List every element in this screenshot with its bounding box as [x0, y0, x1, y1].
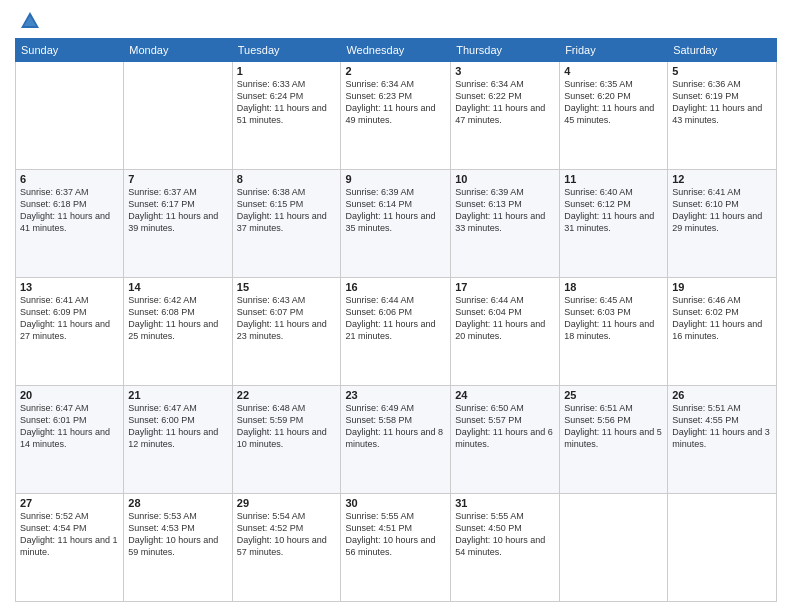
calendar-cell: 7Sunrise: 6:37 AM Sunset: 6:17 PM Daylig…	[124, 170, 232, 278]
day-info: Sunrise: 6:41 AM Sunset: 6:09 PM Dayligh…	[20, 294, 119, 343]
day-number: 25	[564, 389, 663, 401]
day-number: 22	[237, 389, 337, 401]
col-header-tuesday: Tuesday	[232, 39, 341, 62]
day-info: Sunrise: 6:36 AM Sunset: 6:19 PM Dayligh…	[672, 78, 772, 127]
header	[15, 10, 777, 32]
day-number: 9	[345, 173, 446, 185]
col-header-thursday: Thursday	[451, 39, 560, 62]
calendar-cell: 15Sunrise: 6:43 AM Sunset: 6:07 PM Dayli…	[232, 278, 341, 386]
calendar-cell: 5Sunrise: 6:36 AM Sunset: 6:19 PM Daylig…	[668, 62, 777, 170]
calendar-cell: 23Sunrise: 6:49 AM Sunset: 5:58 PM Dayli…	[341, 386, 451, 494]
calendar-cell	[124, 62, 232, 170]
day-info: Sunrise: 6:39 AM Sunset: 6:14 PM Dayligh…	[345, 186, 446, 235]
day-info: Sunrise: 6:34 AM Sunset: 6:22 PM Dayligh…	[455, 78, 555, 127]
day-number: 11	[564, 173, 663, 185]
day-number: 31	[455, 497, 555, 509]
calendar-cell: 19Sunrise: 6:46 AM Sunset: 6:02 PM Dayli…	[668, 278, 777, 386]
day-number: 12	[672, 173, 772, 185]
day-info: Sunrise: 5:53 AM Sunset: 4:53 PM Dayligh…	[128, 510, 227, 559]
day-info: Sunrise: 5:55 AM Sunset: 4:51 PM Dayligh…	[345, 510, 446, 559]
day-number: 28	[128, 497, 227, 509]
calendar-cell: 2Sunrise: 6:34 AM Sunset: 6:23 PM Daylig…	[341, 62, 451, 170]
day-number: 20	[20, 389, 119, 401]
day-number: 26	[672, 389, 772, 401]
calendar-cell: 4Sunrise: 6:35 AM Sunset: 6:20 PM Daylig…	[560, 62, 668, 170]
day-info: Sunrise: 6:33 AM Sunset: 6:24 PM Dayligh…	[237, 78, 337, 127]
day-info: Sunrise: 5:51 AM Sunset: 4:55 PM Dayligh…	[672, 402, 772, 451]
day-info: Sunrise: 6:41 AM Sunset: 6:10 PM Dayligh…	[672, 186, 772, 235]
day-info: Sunrise: 6:40 AM Sunset: 6:12 PM Dayligh…	[564, 186, 663, 235]
calendar-cell: 26Sunrise: 5:51 AM Sunset: 4:55 PM Dayli…	[668, 386, 777, 494]
day-number: 27	[20, 497, 119, 509]
day-number: 4	[564, 65, 663, 77]
day-info: Sunrise: 6:39 AM Sunset: 6:13 PM Dayligh…	[455, 186, 555, 235]
day-info: Sunrise: 5:55 AM Sunset: 4:50 PM Dayligh…	[455, 510, 555, 559]
calendar-cell: 28Sunrise: 5:53 AM Sunset: 4:53 PM Dayli…	[124, 494, 232, 602]
day-info: Sunrise: 6:37 AM Sunset: 6:18 PM Dayligh…	[20, 186, 119, 235]
day-number: 29	[237, 497, 337, 509]
day-number: 17	[455, 281, 555, 293]
day-info: Sunrise: 6:37 AM Sunset: 6:17 PM Dayligh…	[128, 186, 227, 235]
day-number: 5	[672, 65, 772, 77]
calendar-cell: 16Sunrise: 6:44 AM Sunset: 6:06 PM Dayli…	[341, 278, 451, 386]
calendar-cell: 6Sunrise: 6:37 AM Sunset: 6:18 PM Daylig…	[16, 170, 124, 278]
day-info: Sunrise: 6:51 AM Sunset: 5:56 PM Dayligh…	[564, 402, 663, 451]
calendar-cell: 10Sunrise: 6:39 AM Sunset: 6:13 PM Dayli…	[451, 170, 560, 278]
calendar-cell: 29Sunrise: 5:54 AM Sunset: 4:52 PM Dayli…	[232, 494, 341, 602]
day-info: Sunrise: 6:46 AM Sunset: 6:02 PM Dayligh…	[672, 294, 772, 343]
day-info: Sunrise: 6:34 AM Sunset: 6:23 PM Dayligh…	[345, 78, 446, 127]
day-info: Sunrise: 6:42 AM Sunset: 6:08 PM Dayligh…	[128, 294, 227, 343]
day-number: 21	[128, 389, 227, 401]
day-info: Sunrise: 6:45 AM Sunset: 6:03 PM Dayligh…	[564, 294, 663, 343]
calendar-cell	[668, 494, 777, 602]
day-number: 30	[345, 497, 446, 509]
logo-icon	[19, 10, 41, 32]
day-info: Sunrise: 6:47 AM Sunset: 6:00 PM Dayligh…	[128, 402, 227, 451]
calendar-cell	[560, 494, 668, 602]
day-info: Sunrise: 5:52 AM Sunset: 4:54 PM Dayligh…	[20, 510, 119, 559]
day-number: 13	[20, 281, 119, 293]
day-number: 16	[345, 281, 446, 293]
day-info: Sunrise: 6:43 AM Sunset: 6:07 PM Dayligh…	[237, 294, 337, 343]
day-number: 18	[564, 281, 663, 293]
logo	[15, 10, 41, 32]
day-number: 8	[237, 173, 337, 185]
day-number: 2	[345, 65, 446, 77]
day-info: Sunrise: 5:54 AM Sunset: 4:52 PM Dayligh…	[237, 510, 337, 559]
day-info: Sunrise: 6:44 AM Sunset: 6:06 PM Dayligh…	[345, 294, 446, 343]
calendar-cell: 30Sunrise: 5:55 AM Sunset: 4:51 PM Dayli…	[341, 494, 451, 602]
calendar-cell: 17Sunrise: 6:44 AM Sunset: 6:04 PM Dayli…	[451, 278, 560, 386]
day-number: 6	[20, 173, 119, 185]
calendar-cell: 12Sunrise: 6:41 AM Sunset: 6:10 PM Dayli…	[668, 170, 777, 278]
calendar-cell: 13Sunrise: 6:41 AM Sunset: 6:09 PM Dayli…	[16, 278, 124, 386]
day-number: 23	[345, 389, 446, 401]
day-info: Sunrise: 6:48 AM Sunset: 5:59 PM Dayligh…	[237, 402, 337, 451]
day-info: Sunrise: 6:49 AM Sunset: 5:58 PM Dayligh…	[345, 402, 446, 451]
calendar-cell: 8Sunrise: 6:38 AM Sunset: 6:15 PM Daylig…	[232, 170, 341, 278]
col-header-wednesday: Wednesday	[341, 39, 451, 62]
col-header-sunday: Sunday	[16, 39, 124, 62]
day-info: Sunrise: 6:35 AM Sunset: 6:20 PM Dayligh…	[564, 78, 663, 127]
day-number: 14	[128, 281, 227, 293]
day-info: Sunrise: 6:47 AM Sunset: 6:01 PM Dayligh…	[20, 402, 119, 451]
day-info: Sunrise: 6:50 AM Sunset: 5:57 PM Dayligh…	[455, 402, 555, 451]
calendar-cell: 31Sunrise: 5:55 AM Sunset: 4:50 PM Dayli…	[451, 494, 560, 602]
page: SundayMondayTuesdayWednesdayThursdayFrid…	[0, 0, 792, 612]
calendar-cell: 14Sunrise: 6:42 AM Sunset: 6:08 PM Dayli…	[124, 278, 232, 386]
calendar-cell: 24Sunrise: 6:50 AM Sunset: 5:57 PM Dayli…	[451, 386, 560, 494]
calendar-cell: 20Sunrise: 6:47 AM Sunset: 6:01 PM Dayli…	[16, 386, 124, 494]
calendar-cell: 1Sunrise: 6:33 AM Sunset: 6:24 PM Daylig…	[232, 62, 341, 170]
calendar-cell: 27Sunrise: 5:52 AM Sunset: 4:54 PM Dayli…	[16, 494, 124, 602]
calendar-cell	[16, 62, 124, 170]
col-header-saturday: Saturday	[668, 39, 777, 62]
day-number: 1	[237, 65, 337, 77]
day-number: 10	[455, 173, 555, 185]
calendar-cell: 9Sunrise: 6:39 AM Sunset: 6:14 PM Daylig…	[341, 170, 451, 278]
calendar-cell: 21Sunrise: 6:47 AM Sunset: 6:00 PM Dayli…	[124, 386, 232, 494]
calendar-table: SundayMondayTuesdayWednesdayThursdayFrid…	[15, 38, 777, 602]
day-info: Sunrise: 6:38 AM Sunset: 6:15 PM Dayligh…	[237, 186, 337, 235]
calendar-cell: 11Sunrise: 6:40 AM Sunset: 6:12 PM Dayli…	[560, 170, 668, 278]
day-number: 7	[128, 173, 227, 185]
day-number: 3	[455, 65, 555, 77]
calendar-cell: 25Sunrise: 6:51 AM Sunset: 5:56 PM Dayli…	[560, 386, 668, 494]
